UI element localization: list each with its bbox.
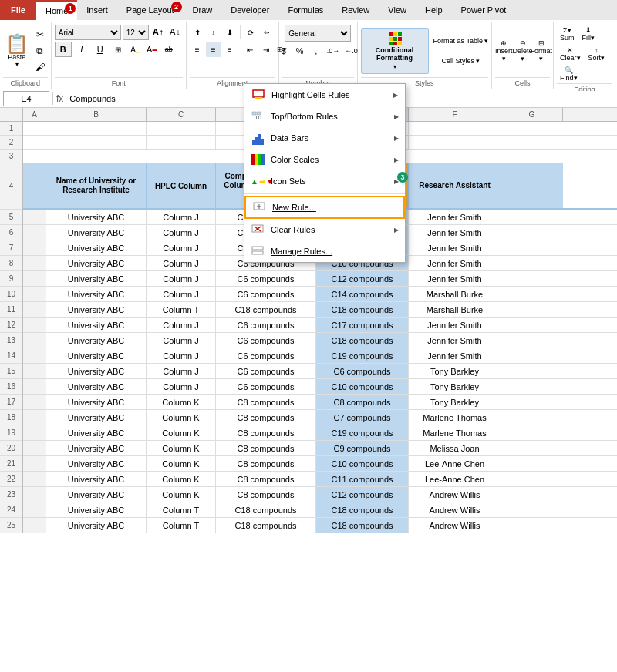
col-f-header[interactable]: F xyxy=(409,108,501,121)
cell-d[interactable]: C8 compounds xyxy=(216,410,316,425)
cell-b[interactable]: University ABC xyxy=(46,456,147,471)
view-tab[interactable]: View xyxy=(379,0,416,20)
cell-d[interactable]: C8 compounds xyxy=(216,456,316,471)
cell-c[interactable]: Column J xyxy=(147,210,216,224)
insert-tab[interactable]: Insert xyxy=(77,0,117,20)
col-c-header[interactable]: C xyxy=(147,108,216,121)
cell-e[interactable]: C17 compounds xyxy=(316,318,409,332)
cell-f[interactable]: Marlene Thomas xyxy=(409,410,501,425)
cell-b[interactable]: University ABC xyxy=(46,441,147,455)
menu-item-highlight[interactable]: Highlight Cells Rules ▶ xyxy=(244,84,405,106)
cell-d[interactable]: C8 compounds xyxy=(216,441,316,455)
cell-c[interactable]: Column T xyxy=(147,302,216,317)
cell-e[interactable]: C11 compounds xyxy=(316,472,409,486)
cell-c[interactable]: Column J xyxy=(147,271,216,286)
cell-d[interactable]: C8 compounds xyxy=(216,487,316,502)
autosum-button[interactable]: Σ▾Sum xyxy=(557,25,578,43)
align-center-button[interactable]: ≡ xyxy=(206,42,221,57)
cell-e[interactable]: C18 compounds xyxy=(316,518,409,533)
cell-d[interactable]: C6 compounds xyxy=(216,271,316,286)
cell-f[interactable]: Marlene Thomas xyxy=(409,425,501,440)
cell-b[interactable]: University ABC xyxy=(46,240,147,255)
cell-d[interactable]: C6 compounds xyxy=(216,287,316,301)
insert-button[interactable]: ⊕Insert▾ xyxy=(495,37,512,65)
cell-f[interactable]: Andrew Willis xyxy=(409,502,501,517)
number-format-select[interactable]: General xyxy=(285,25,351,42)
decrease-indent-button[interactable]: ⇤ xyxy=(242,42,258,57)
font-size-select[interactable]: 12 xyxy=(123,25,149,40)
cell-e[interactable]: C12 compounds xyxy=(316,271,409,286)
fill-button[interactable]: ⬇Fill▾ xyxy=(579,25,598,43)
cell-d[interactable]: C6 compounds xyxy=(216,348,316,363)
cell-b[interactable]: University ABC xyxy=(46,395,147,409)
cell-d[interactable]: C6 compounds xyxy=(216,333,316,348)
cell-c[interactable]: Column K xyxy=(147,456,216,471)
cell-e[interactable]: C19 compounds xyxy=(316,348,409,363)
cell-styles-button[interactable]: Cell Styles ▾ xyxy=(430,52,492,70)
cell-c[interactable]: Column K xyxy=(147,472,216,486)
cell-f[interactable]: Andrew Willis xyxy=(409,487,501,502)
wrap-text-button[interactable]: ⇔ xyxy=(259,25,275,40)
cell-b[interactable]: University ABC xyxy=(46,348,147,363)
home-tab[interactable]: Home 1 xyxy=(36,0,77,20)
cell-c[interactable]: Column J xyxy=(147,348,216,363)
cell-c[interactable]: Column J xyxy=(147,379,216,394)
cell-f[interactable]: Lee-Anne Chen xyxy=(409,456,501,471)
cell-b[interactable]: University ABC xyxy=(46,518,147,533)
orientation-button[interactable]: ⟳ xyxy=(243,25,258,40)
align-left-button[interactable]: ≡ xyxy=(190,42,205,57)
cell-e[interactable]: C10 compounds xyxy=(316,379,409,394)
cell-d[interactable]: C6 compounds xyxy=(216,318,316,332)
cell-b[interactable]: University ABC xyxy=(46,287,147,301)
decrease-font-button[interactable]: A↓ xyxy=(167,25,183,40)
sort-filter-button[interactable]: ↕Sort▾ xyxy=(585,45,609,63)
format-as-table-button[interactable]: Format as Table ▾ xyxy=(430,32,492,50)
cell-d[interactable]: C6 compounds xyxy=(216,379,316,394)
cell-d[interactable]: C18 compounds xyxy=(216,502,316,517)
help-tab[interactable]: Help xyxy=(416,0,452,20)
cell-c[interactable]: Column J xyxy=(147,287,216,301)
draw-tab[interactable]: Draw xyxy=(184,0,222,20)
menu-item-colorscales[interactable]: Color Scales ▶ xyxy=(244,149,405,170)
power-pivot-tab[interactable]: Power Pivot xyxy=(452,0,516,20)
cell-e[interactable]: C18 compounds xyxy=(316,302,409,317)
increase-decimal-button[interactable]: .0→ xyxy=(325,43,342,59)
accounting-button[interactable]: $ xyxy=(276,43,292,59)
cell-c[interactable]: Column T xyxy=(147,502,216,517)
cell-f[interactable]: Melissa Joan xyxy=(409,441,501,455)
format-button[interactable]: ⊟Format▾ xyxy=(533,37,550,65)
cell-b[interactable]: University ABC xyxy=(46,364,147,378)
cell-c[interactable]: Column J xyxy=(147,318,216,332)
menu-item-clearrules[interactable]: Clear Rules ▶ xyxy=(244,219,405,240)
font-name-select[interactable]: Arial xyxy=(55,25,121,40)
format-painter-button[interactable]: 🖌 xyxy=(32,59,48,75)
cell-b[interactable]: University ABC xyxy=(46,425,147,440)
cell-f[interactable]: Marshall Burke xyxy=(409,287,501,301)
cell-c[interactable]: Column T xyxy=(147,518,216,533)
underline-button[interactable]: U xyxy=(92,42,109,57)
paste-button[interactable]: 📋 Paste ▾ xyxy=(3,29,31,73)
menu-item-databars[interactable]: Data Bars ▶ xyxy=(244,127,405,149)
cell-f[interactable]: Tony Barkley xyxy=(409,379,501,394)
cell-f[interactable]: Marshall Burke xyxy=(409,302,501,317)
conditional-formatting-button[interactable]: Conditional Formatting ▾ xyxy=(361,28,429,74)
cell-c[interactable]: Column K xyxy=(147,441,216,455)
cell-b[interactable]: University ABC xyxy=(46,379,147,394)
cell-f[interactable]: Tony Barkley xyxy=(409,395,501,409)
cell-c[interactable]: Column K xyxy=(147,410,216,425)
cell-d[interactable]: C8 compounds xyxy=(216,425,316,440)
cell-e[interactable]: C6 compounds xyxy=(316,364,409,378)
cell-e[interactable]: C10 compounds xyxy=(316,456,409,471)
col-a-header[interactable]: A xyxy=(23,108,46,121)
copy-button[interactable]: ⧉ xyxy=(32,43,48,59)
cell-e[interactable]: C7 compounds xyxy=(316,410,409,425)
increase-indent-button[interactable]: ⇥ xyxy=(258,42,274,57)
cell-f[interactable]: Jennifer Smith xyxy=(409,225,501,240)
find-select-button[interactable]: 🔍Find▾ xyxy=(557,65,581,83)
cell-b[interactable]: University ABC xyxy=(46,225,147,240)
cell-f[interactable]: Jennifer Smith xyxy=(409,256,501,270)
cell-c[interactable]: Column J xyxy=(147,225,216,240)
cell-c[interactable]: Column J xyxy=(147,256,216,270)
font-color-button[interactable]: A▬ xyxy=(144,42,160,57)
cell-c[interactable]: Column K xyxy=(147,395,216,409)
